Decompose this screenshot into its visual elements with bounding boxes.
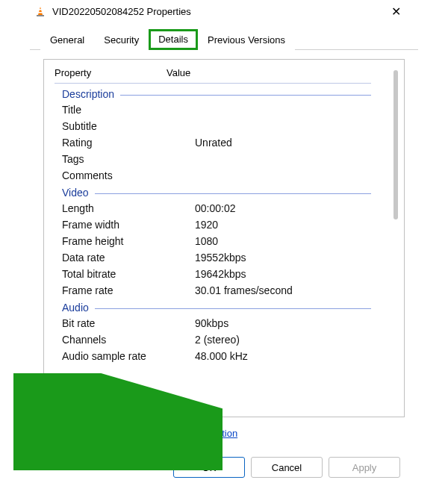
prop-bit-rate[interactable]: Bit rate90kbps (44, 315, 404, 331)
prop-length[interactable]: Length00:00:02 (44, 200, 404, 216)
group-audio: Audio (44, 299, 404, 315)
svg-rect-2 (38, 12, 42, 13)
prop-audio-sample-rate[interactable]: Audio sample rate48.000 kHz (44, 348, 404, 364)
group-label: Description (62, 88, 114, 100)
prop-frame-rate[interactable]: Frame rate30.01 frames/second (44, 282, 404, 299)
close-icon[interactable]: ✕ (381, 4, 411, 19)
details-panel: Property Value Description Title Subtitl… (43, 59, 405, 417)
apply-button: Apply (329, 457, 400, 478)
tab-previous-versions[interactable]: Previous Versions (198, 30, 295, 50)
header-property: Property (55, 67, 167, 78)
prop-rating[interactable]: RatingUnrated (44, 134, 404, 151)
prop-data-rate[interactable]: Data rate19552kbps (44, 249, 404, 266)
column-headers: Property Value (44, 64, 404, 83)
tab-details[interactable]: Details (149, 29, 198, 50)
svg-rect-3 (37, 15, 44, 16)
cancel-button[interactable]: Cancel (251, 457, 323, 478)
window-title: VID20220502084252 Properties (52, 6, 375, 17)
svg-rect-1 (39, 9, 42, 10)
tab-general[interactable]: General (40, 30, 94, 50)
group-description: Description (44, 85, 404, 102)
prop-frame-height[interactable]: Frame height1080 (44, 233, 404, 249)
prop-frame-width[interactable]: Frame width1920 (44, 216, 404, 233)
remove-properties-link[interactable]: Remove Properties and Personal Informati… (43, 428, 237, 439)
group-line (95, 193, 371, 194)
prop-channels[interactable]: Channels2 (stereo) (44, 331, 404, 348)
group-label: Audio (62, 302, 89, 314)
prop-total-bitrate[interactable]: Total bitrate19642kbps (44, 266, 404, 282)
titlebar: VID20220502084252 Properties ✕ (30, 0, 418, 23)
vlc-icon (34, 6, 46, 18)
property-list[interactable]: Description Title Subtitle RatingUnrated… (44, 84, 404, 364)
group-line (95, 308, 371, 309)
ok-button[interactable]: OK (173, 457, 245, 478)
svg-marker-0 (38, 7, 43, 15)
tab-bar: General Security Details Previous Versio… (30, 29, 418, 50)
tab-security[interactable]: Security (94, 30, 149, 50)
dialog-buttons: OK Cancel Apply (30, 457, 400, 478)
group-video: Video (44, 184, 404, 200)
group-line (120, 95, 371, 96)
prop-subtitle[interactable]: Subtitle (44, 118, 404, 134)
scrollbar[interactable] (393, 70, 398, 219)
prop-tags[interactable]: Tags (44, 151, 404, 167)
group-label: Video (62, 187, 89, 199)
header-value: Value (167, 67, 404, 78)
prop-title[interactable]: Title (44, 102, 404, 118)
properties-dialog: VID20220502084252 Properties ✕ General S… (30, 0, 418, 480)
prop-comments[interactable]: Comments (44, 167, 404, 184)
